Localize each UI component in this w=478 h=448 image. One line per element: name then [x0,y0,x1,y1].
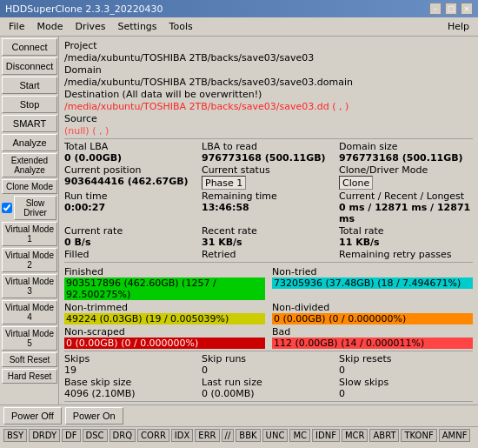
bad-stat: Bad 112 (0.00GB) (14 / 0.000011%) [272,326,473,349]
title-buttons[interactable]: - □ × [429,3,473,15]
run-time-label: Run time [64,191,198,202]
current-rate-cell: Current rate 0 B/s [64,225,198,248]
total-lba-cell: Total LBA 0 (0.00GB) [64,141,198,164]
remaining-time-label: Remaining time [202,191,335,202]
total-lba-value: 0 (0.00GB) [64,152,198,164]
domain-value: /media/xubuntu/TOSHIBA 2TB/backs/save03/… [64,77,353,88]
bad-value: 112 (0.00GB) (14 / 0.000011%) [272,338,473,349]
finished-value: 903517896 (462.60GB) (1257 / 92.500275%) [64,277,265,300]
status-bbk: BBK [236,429,260,442]
remaining-retry-cell: Remaining retry passes [339,249,473,260]
last-run-label: Last run size [202,377,335,388]
skip-resets-label: Skip resets [339,353,473,364]
status-dsc: DSC [83,429,108,442]
menu-mode[interactable]: Mode [31,19,68,34]
domain-label: Domain [64,64,169,76]
domain-size-cell: Domain size 976773168 (500.11GB) [339,141,473,164]
recent-rate-label: Recent rate [202,225,335,237]
base-skip-value: 4096 (2.10MB) [64,388,198,399]
close-button[interactable]: × [461,3,473,15]
extended-analyze-button[interactable]: Extended Analyze [2,153,57,177]
status-bsy: BSY [3,429,27,442]
non-scraped-label: Non-scraped [64,326,265,338]
connect-button[interactable]: Connect [2,38,57,56]
current-pos-label: Current position [64,164,198,176]
clone-mode-value: Clone [339,176,373,190]
divider-3 [64,351,473,351]
skips-cell: Skips 19 [64,353,198,376]
minimize-button[interactable]: - [429,3,441,15]
status-abrt: ABRT [369,429,399,442]
power-off-button[interactable]: Power Off [3,407,62,425]
current-rate-label: Current rate [64,225,198,237]
source-value: (null) ( , ) [64,125,109,137]
slow-skips-value: 0 [339,388,473,399]
current-status-value: Phase 1 [202,176,246,190]
recent-rate-cell: Recent rate 31 KB/s [202,225,335,248]
power-on-button[interactable]: Power On [65,407,123,425]
menu-help[interactable]: Help [442,19,475,34]
skip-resets-value: 0 [339,364,473,376]
clone-mode-cell: Clone/Driver Mode Clone [339,164,473,190]
status-drdy: DRDY [29,429,60,442]
menu-file[interactable]: File [3,19,30,34]
status-tkonf: TKONF [401,429,436,442]
domain-value-row: /media/xubuntu/TOSHIBA 2TB/backs/save03/… [64,77,473,88]
smart-button[interactable]: SMART [2,115,57,132]
menu-tools[interactable]: Tools [164,19,198,34]
non-divided-label: Non-divided [272,302,473,313]
disconnect-button[interactable]: Disconnect [2,57,57,75]
non-tried-label: Non-tried [272,266,473,277]
skips-value: 19 [64,364,198,376]
menu-settings[interactable]: Settings [112,19,162,34]
slow-driver-checkbox[interactable] [2,203,12,213]
clone-mode-button[interactable]: Clone Mode [2,179,57,194]
status-idx: IDX [171,429,194,442]
window-title: HDDSuperClone 2.3.3_20220430 [5,3,163,15]
total-rate-value: 11 KB/s [339,237,473,248]
run-time-cell: Run time 0:00:27 [64,191,198,224]
start-button[interactable]: Start [2,77,57,94]
menu-drives[interactable]: Drives [70,19,110,34]
non-tried-stat: Non-tried 73205936 (37.48GB) (18 / 7.494… [272,266,473,300]
base-skip-cell: Base skip size 4096 (2.10MB) [64,377,198,399]
non-divided-value: 0 (0.00GB) (0 / 0.000000%) [272,313,473,324]
destination-label-row: Destination (All data will be overwritte… [64,89,473,100]
stop-button[interactable]: Stop [2,96,57,113]
project-value-row: /media/xubuntu/TOSHIBA 2TB/backs/save03/… [64,52,473,64]
current-rate-value: 0 B/s [64,237,198,248]
skip-resets-cell: Skip resets 0 [339,353,473,376]
soft-reset-button[interactable]: Soft Reset [2,352,57,367]
total-rate-cell: Total rate 11 KB/s [339,225,473,248]
status-mc: MC [289,429,310,442]
virtual-mode-5-button[interactable]: Virtual Mode 5 [2,326,57,351]
hard-reset-button[interactable]: Hard Reset [2,369,57,384]
current-recent-longest-value: 0 ms / 12871 ms / 12871 ms [339,202,473,224]
analyze-button[interactable]: Analyze [2,134,57,151]
project-value: /media/xubuntu/TOSHIBA 2TB/backs/save03/… [64,52,314,64]
run-time-value: 0:00:27 [64,202,198,213]
virtual-mode-2-button[interactable]: Virtual Mode 2 [2,248,57,272]
current-status-label: Current status [202,164,335,176]
filled-label: Filled [64,249,198,260]
lba-to-read-value: 976773168 (500.11GB) [202,152,335,164]
source-label-row: Source [64,113,473,124]
base-skip-label: Base skip size [64,377,198,388]
domain-row: Domain [64,64,473,76]
virtual-mode-3-button[interactable]: Virtual Mode 3 [2,274,57,298]
maximize-button[interactable]: □ [445,3,457,15]
current-recent-longest-label: Current / Recent / Longest [339,191,473,202]
status-mcr: MCR [342,429,368,442]
skips-label: Skips [64,353,198,364]
filled-cell: Filled [64,249,198,260]
slow-driver-row: Slow Driver [2,196,56,220]
status-unc: UNC [262,429,289,442]
slow-driver-button[interactable]: Slow Driver [14,196,56,220]
status-bar: BSY DRDY DF DSC DRQ CORR IDX ERR // BBK … [0,426,478,444]
virtual-mode-4-button[interactable]: Virtual Mode 4 [2,300,57,324]
lba-to-read-label: LBA to read [202,141,335,152]
virtual-mode-1-button[interactable]: Virtual Mode 1 [2,222,57,246]
clone-mode-label: Clone/Driver Mode [339,164,473,176]
current-pos-cell: Current position 903644416 (462.67GB) [64,164,198,190]
retried-label: Retried [202,249,335,260]
